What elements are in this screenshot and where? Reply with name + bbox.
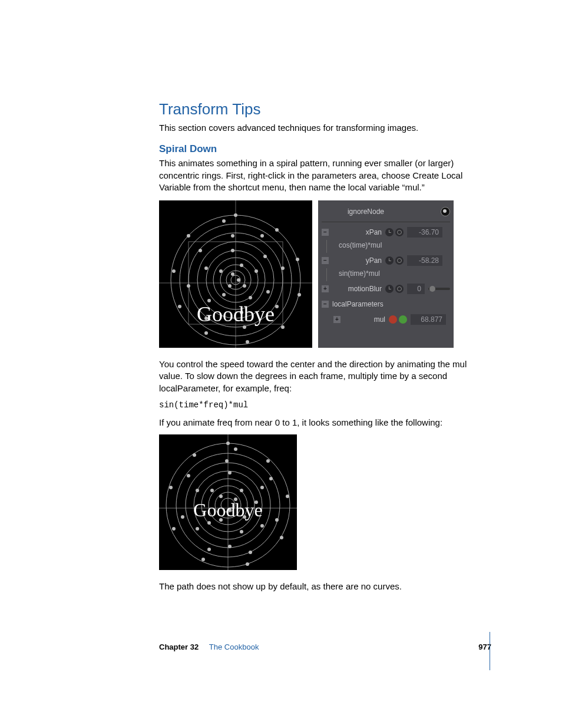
- svg-point-42: [243, 284, 246, 288]
- ignore-node-toggle[interactable]: [441, 207, 450, 216]
- svg-point-83: [240, 489, 243, 492]
- link-icon[interactable]: [395, 228, 404, 236]
- svg-point-58: [286, 495, 289, 498]
- svg-point-71: [187, 474, 190, 477]
- ypan-expression[interactable]: sin(time)*mul: [326, 268, 450, 281]
- svg-point-76: [196, 527, 199, 531]
- svg-point-59: [280, 536, 283, 539]
- svg-point-77: [196, 489, 199, 492]
- svg-point-44: [231, 272, 234, 276]
- clock-icon[interactable]: [385, 285, 394, 293]
- svg-point-39: [222, 293, 226, 297]
- svg-point-56: [226, 442, 230, 445]
- svg-point-31: [263, 255, 267, 258]
- ypan-label: yPan: [332, 256, 382, 265]
- motionblur-slider[interactable]: [428, 288, 450, 290]
- collapse-icon[interactable]: −: [322, 257, 329, 264]
- key-green-icon[interactable]: [399, 315, 407, 324]
- svg-point-32: [266, 290, 270, 294]
- clock-icon[interactable]: [385, 256, 394, 265]
- xpan-expression[interactable]: cos(time)*mul: [326, 240, 450, 253]
- footer-rule: [490, 632, 490, 670]
- svg-point-14: [296, 258, 299, 261]
- xpan-row: − xPan -36.70: [322, 225, 450, 240]
- svg-point-36: [231, 249, 234, 252]
- figure-1-caption-text: Goodbye: [197, 302, 275, 327]
- svg-point-19: [178, 305, 181, 308]
- paragraph-1: This animates something in a spiral patt…: [159, 157, 485, 193]
- svg-point-86: [219, 495, 223, 498]
- svg-point-72: [225, 459, 229, 463]
- svg-point-25: [275, 305, 279, 308]
- svg-point-63: [169, 486, 173, 489]
- svg-point-65: [234, 447, 237, 451]
- xpan-icons: [385, 228, 404, 236]
- collapse-icon[interactable]: −: [322, 301, 329, 308]
- svg-point-60: [246, 562, 249, 566]
- svg-point-12: [234, 213, 237, 217]
- svg-point-37: [254, 269, 258, 273]
- svg-point-70: [181, 515, 184, 519]
- figure-row-1: Goodbye ignoreNode − xPan -36.70 cos(tim…: [159, 200, 485, 348]
- svg-point-29: [199, 249, 202, 252]
- svg-point-35: [204, 266, 208, 270]
- document-page: Transform Tips This section covers advan…: [0, 0, 562, 728]
- svg-point-38: [249, 296, 252, 299]
- svg-point-22: [222, 219, 226, 223]
- section-heading: Transform Tips: [159, 100, 485, 118]
- svg-point-82: [210, 489, 214, 492]
- motionblur-value[interactable]: 0: [407, 284, 425, 294]
- ignore-node-label: ignoreNode: [331, 207, 384, 216]
- svg-point-45: [237, 278, 240, 282]
- svg-point-73: [260, 486, 264, 489]
- mul-row: + mul 68.877: [322, 312, 450, 327]
- section-intro: This section covers advanced techniques …: [159, 122, 485, 134]
- svg-point-61: [201, 558, 205, 561]
- clock-icon[interactable]: [385, 228, 394, 236]
- ypan-icons: [385, 256, 404, 265]
- expand-icon[interactable]: +: [333, 316, 340, 323]
- svg-point-75: [228, 545, 232, 548]
- svg-point-78: [228, 471, 232, 475]
- svg-point-40: [219, 269, 223, 273]
- svg-point-23: [260, 234, 264, 238]
- collapse-icon[interactable]: −: [322, 229, 329, 236]
- link-icon[interactable]: [395, 285, 404, 293]
- chapter-title: The Cookbook: [209, 643, 259, 651]
- spiral-figure-1: Goodbye: [159, 200, 312, 348]
- svg-point-30: [231, 234, 234, 238]
- subsection-heading: Spiral Down: [159, 143, 485, 155]
- xpan-value[interactable]: -36.70: [407, 227, 442, 238]
- svg-point-62: [172, 527, 176, 531]
- ypan-value[interactable]: -58.28: [407, 255, 442, 266]
- footer-left: Chapter 32 The Cookbook: [159, 643, 259, 651]
- localparameters-row: − localParameters: [322, 297, 450, 312]
- paragraph-2: You control the speed toward the center …: [159, 358, 485, 394]
- svg-point-41: [240, 263, 243, 267]
- parameters-panel: ignoreNode − xPan -36.70 cos(time)*mul −…: [318, 200, 454, 348]
- svg-point-68: [249, 551, 252, 554]
- expand-icon[interactable]: +: [322, 285, 329, 292]
- svg-point-24: [281, 266, 285, 270]
- mul-value[interactable]: 68.877: [411, 314, 446, 325]
- paragraph-4: The path does not show up by default, as…: [159, 581, 485, 592]
- motionblur-label: motionBlur: [332, 285, 382, 293]
- svg-point-80: [240, 530, 243, 533]
- localparameters-label: localParameters: [332, 300, 384, 308]
- svg-point-18: [204, 331, 208, 335]
- svg-point-69: [207, 548, 211, 551]
- paragraph-3: If you animate freq from near 0 to 1, it…: [159, 417, 485, 429]
- xpan-label: xPan: [332, 228, 382, 236]
- chapter-label: Chapter 32: [159, 643, 199, 651]
- svg-point-28: [187, 284, 190, 288]
- svg-point-81: [207, 521, 211, 525]
- motionblur-icons: [385, 285, 404, 293]
- svg-point-67: [275, 518, 279, 522]
- svg-point-57: [266, 459, 270, 463]
- svg-point-20: [172, 269, 176, 273]
- svg-point-74: [260, 524, 264, 528]
- key-red-icon[interactable]: [389, 315, 397, 324]
- link-icon[interactable]: [395, 256, 404, 265]
- svg-point-16: [281, 325, 285, 329]
- ypan-row: − yPan -58.28: [322, 253, 450, 268]
